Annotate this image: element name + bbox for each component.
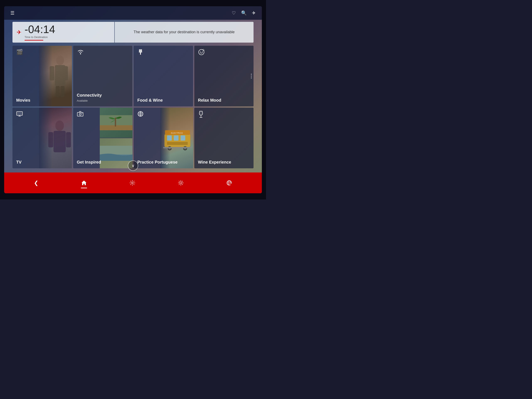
movies-icon: 🎬 [16, 49, 23, 55]
tile-practice-portuguese[interactable]: ELECTRICO Practice Portuguese [134, 108, 193, 168]
svg-rect-4 [56, 86, 60, 97]
soldier-silhouette [46, 46, 72, 106]
svg-rect-3 [63, 66, 68, 80]
tv-person-svg [47, 114, 72, 168]
tv-image [39, 108, 72, 168]
tram-svg: ELECTRICO [162, 108, 193, 168]
tile-get-inspired[interactable]: Get Inspired [73, 108, 133, 168]
svg-rect-20 [66, 132, 71, 147]
language-icon [137, 111, 144, 119]
tile-grid: 🎬 Movies [13, 46, 253, 168]
svg-rect-28 [100, 146, 132, 154]
top-navigation-bar: ☰ ♡ 🔍 ✈ [4, 6, 262, 20]
brightness-button[interactable] [178, 180, 184, 186]
back-icon: ❮ [34, 180, 38, 186]
svg-point-24 [80, 114, 81, 115]
tv-label: TV [16, 160, 22, 165]
top-bar-left: ☰ [10, 10, 14, 16]
progress-bar [25, 40, 66, 40]
svg-rect-5 [60, 86, 64, 97]
svg-rect-33 [167, 135, 172, 141]
inspired-img-bottom [100, 138, 132, 168]
top-bar-right: ♡ 🔍 ✈ [232, 10, 256, 16]
main-screen: ☰ ♡ 🔍 ✈ ✈ -04:14 Time to Destination The… [4, 6, 262, 193]
plane-icon: ✈ [17, 29, 21, 36]
language-button[interactable]: ! [226, 180, 232, 186]
tram-image: ELECTRICO [160, 108, 193, 168]
svg-rect-10 [139, 52, 142, 52]
tile-relax-mood[interactable]: Relax Mood [194, 46, 254, 106]
svg-rect-35 [181, 135, 185, 141]
svg-rect-36 [167, 142, 188, 145]
dot-1 [251, 74, 252, 75]
ocean-svg [100, 138, 132, 168]
weather-panel: The weather data for your destination is… [115, 22, 253, 43]
svg-text:!: ! [230, 184, 231, 186]
scroll-down-button[interactable]: ∨ [128, 160, 138, 171]
portuguese-label: Practice Portuguese [137, 160, 177, 165]
wine-label: Wine Experience [198, 160, 231, 165]
menu-icon[interactable]: ☰ [10, 10, 14, 16]
wifi-icon [77, 49, 84, 57]
search-icon[interactable]: 🔍 [241, 10, 247, 16]
connectivity-sublabel: Available [77, 99, 88, 102]
flight-time-content: -04:14 Time to Destination [25, 24, 110, 40]
inspired-label: Get Inspired [77, 160, 101, 165]
inspired-img-top [100, 108, 132, 138]
dots-indicator [251, 74, 252, 79]
language-icon: ! [226, 180, 232, 186]
svg-rect-7 [139, 49, 140, 52]
settings-icon [129, 180, 135, 186]
heart-icon[interactable]: ♡ [232, 10, 236, 16]
svg-rect-18 [53, 131, 66, 152]
relax-icon [198, 49, 205, 57]
home-icon [81, 180, 87, 186]
food-label: Food & Wine [137, 98, 163, 103]
svg-text:ELECTRICO: ELECTRICO [171, 132, 183, 134]
flight-time-number: -04:14 [25, 24, 110, 35]
svg-point-17 [55, 120, 64, 131]
svg-point-6 [80, 53, 81, 54]
svg-rect-8 [141, 49, 142, 52]
tile-food-wine[interactable]: Food & Wine [134, 46, 193, 106]
palm-svg [100, 108, 132, 138]
svg-point-14 [202, 51, 203, 52]
svg-rect-9 [140, 49, 141, 52]
info-banner: ✈ -04:14 Time to Destination The weather… [13, 22, 253, 43]
tile-wine-experience[interactable]: Wine Experience [194, 108, 254, 168]
camera-icon [77, 111, 83, 118]
tile-movies[interactable]: 🎬 Movies [13, 46, 72, 106]
flight-icon[interactable]: ✈ [252, 10, 256, 16]
connectivity-label: Connectivity Available [77, 93, 102, 103]
svg-point-43 [132, 182, 133, 184]
svg-point-12 [199, 50, 204, 55]
tile-connectivity[interactable]: Connectivity Available [73, 46, 133, 106]
flight-time-label: Time to Destination [25, 36, 110, 39]
home-button[interactable] [81, 180, 87, 186]
back-button[interactable]: ❮ [34, 180, 38, 186]
svg-rect-19 [48, 132, 53, 147]
tv-icon [16, 111, 23, 118]
movies-image [39, 46, 72, 106]
movies-label: Movies [16, 98, 30, 103]
food-icon [137, 49, 144, 57]
progress-bar-fill [25, 40, 43, 40]
svg-point-13 [200, 51, 201, 52]
flight-time-panel: ✈ -04:14 Time to Destination [13, 22, 114, 43]
dot-2 [251, 76, 252, 77]
brightness-icon [178, 180, 184, 186]
inspired-images [100, 108, 132, 168]
svg-point-44 [180, 182, 182, 184]
svg-rect-34 [174, 135, 178, 141]
svg-rect-2 [50, 66, 54, 80]
relax-label: Relax Mood [198, 98, 221, 103]
settings-button[interactable] [129, 180, 135, 186]
dot-3 [251, 77, 252, 79]
svg-point-0 [56, 56, 64, 65]
weather-message: The weather data for your destination is… [134, 30, 235, 35]
chevron-down-icon: ∨ [132, 163, 135, 168]
bottom-navigation-bar: ❮ ! [4, 172, 262, 193]
svg-rect-16 [17, 112, 22, 115]
tile-tv[interactable]: TV [13, 108, 72, 168]
wine-icon [198, 111, 204, 120]
